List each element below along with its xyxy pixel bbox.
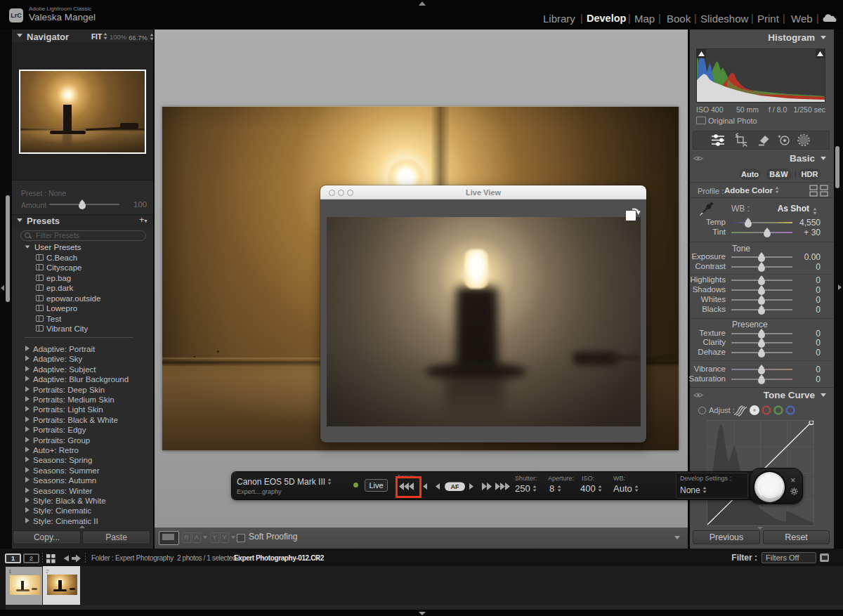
svg-text:AF: AF <box>451 483 459 490</box>
